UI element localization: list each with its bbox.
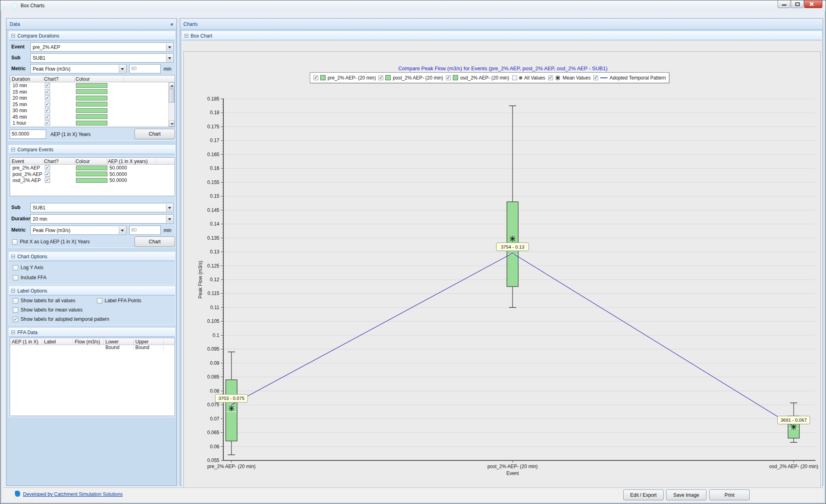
label-options-header[interactable]: Label Options	[9, 287, 175, 295]
chart-options-header[interactable]: Chart Options	[9, 252, 175, 261]
duration-row[interactable]: 10 min✓	[10, 82, 168, 89]
chevron-down-icon[interactable]	[119, 65, 126, 73]
legend-checkbox[interactable]	[512, 75, 517, 80]
compare-durations-header[interactable]: Compare Durations	[9, 31, 175, 40]
colour-swatch[interactable]	[76, 121, 107, 125]
event-row[interactable]: pre_2% AEP✓50.0000	[10, 165, 174, 171]
metric-minutes-input[interactable]: 60	[129, 226, 161, 235]
col-chart[interactable]: Chart?	[44, 159, 75, 164]
chevron-down-icon[interactable]	[119, 226, 126, 234]
vertical-scrollbar[interactable]	[168, 82, 174, 127]
duration-chart-checkbox[interactable]: ✓	[45, 89, 50, 94]
label-ffa-points-checkbox[interactable]	[97, 298, 102, 303]
duration-chart-checkbox[interactable]: ✓	[45, 83, 50, 88]
aep-years-input[interactable]: 50.0000	[10, 130, 46, 139]
col-event[interactable]: Event	[12, 159, 43, 164]
developer-link[interactable]: Developed by Catchment Simulation Soluti…	[23, 491, 123, 497]
colour-swatch[interactable]	[76, 178, 107, 183]
col-duration[interactable]: Duration	[12, 76, 43, 82]
print-button[interactable]: Print	[709, 489, 750, 500]
ffa-data-header[interactable]: FFA Data	[9, 328, 175, 337]
legend-item[interactable]: ✓pre_2% AEP- (20 min)	[313, 75, 376, 81]
scroll-up-icon[interactable]	[169, 82, 174, 88]
event-dropdown[interactable]: pre_2% AEP	[30, 42, 174, 52]
log-y-axis-checkbox[interactable]	[13, 265, 18, 270]
chevron-down-icon[interactable]	[166, 54, 173, 62]
app-icon	[11, 2, 19, 10]
duration-chart-checkbox[interactable]: ✓	[45, 114, 50, 119]
colour-swatch[interactable]	[76, 102, 107, 107]
scrollbar-thumb[interactable]	[169, 89, 174, 102]
minimize-button[interactable]	[778, 0, 790, 8]
labels-mean-values-checkbox[interactable]	[13, 307, 18, 313]
legend-item[interactable]: ✓osd_2% AEP- (20 min)	[446, 75, 509, 81]
duration-chart-checkbox[interactable]: ✓	[45, 127, 50, 127]
metric-dropdown-events[interactable]: Peak Flow (m3/s)	[30, 226, 126, 235]
col-label[interactable]: Label	[44, 339, 73, 345]
col-aep[interactable]: AEP (1 in X years)	[108, 159, 156, 164]
duration-chart-checkbox[interactable]: ✓	[45, 95, 50, 100]
sub-dropdown[interactable]: SUB1	[30, 53, 174, 63]
legend-checkbox[interactable]: ✓	[593, 75, 598, 80]
duration-row[interactable]: 20 min✓	[10, 95, 168, 101]
legend-checkbox[interactable]: ✓	[378, 75, 383, 80]
chevron-down-icon[interactable]	[166, 215, 173, 223]
chevron-down-icon[interactable]	[166, 43, 173, 51]
box-chart-header[interactable]: Box Chart	[182, 31, 822, 40]
col-colour[interactable]: Colour	[76, 159, 107, 164]
labels-adopted-pattern-checkbox[interactable]: ✓	[13, 317, 18, 322]
duration-row[interactable]: 25 min✓	[10, 101, 168, 108]
save-image-button[interactable]: Save Image	[666, 489, 706, 500]
panel-splitter[interactable]	[177, 18, 180, 486]
duration-dropdown[interactable]: 20 min	[30, 214, 174, 224]
duration-row[interactable]: 1.50 hour✓	[10, 126, 168, 127]
maximize-button[interactable]	[791, 0, 804, 8]
legend-checkbox[interactable]: ✓	[548, 75, 553, 80]
legend-item[interactable]: All Values	[512, 75, 545, 81]
chevron-down-icon[interactable]	[166, 204, 173, 211]
col-chart[interactable]: Chart?	[44, 76, 75, 82]
include-ffa-checkbox[interactable]	[13, 275, 18, 280]
compare-events-header[interactable]: Compare Events	[9, 145, 175, 154]
colour-swatch[interactable]	[76, 171, 107, 176]
legend-item[interactable]: ✓post_2% AEP- (20 min)	[378, 75, 443, 81]
colour-swatch[interactable]	[76, 96, 107, 100]
duration-row[interactable]: 15 min✓	[10, 89, 168, 95]
sub-dropdown-events[interactable]: SUB1	[30, 203, 174, 212]
event-row[interactable]: osd_2% AEP✓50.0000	[10, 177, 174, 184]
colour-swatch[interactable]	[76, 108, 107, 113]
event-row[interactable]: post_2% AEP✓50.0000	[10, 171, 174, 178]
plot-log-checkbox[interactable]	[12, 239, 17, 245]
svg-text:0.17: 0.17	[210, 138, 220, 143]
labels-all-values-checkbox[interactable]	[13, 298, 18, 303]
metric-minutes-input[interactable]: 60	[129, 64, 161, 73]
colour-swatch[interactable]	[76, 114, 107, 119]
event-chart-checkbox[interactable]: ✓	[45, 165, 50, 170]
duration-chart-checkbox[interactable]: ✓	[45, 102, 50, 107]
event-chart-checkbox[interactable]: ✓	[45, 171, 50, 177]
duration-chart-checkbox[interactable]: ✓	[45, 120, 50, 125]
chart-button-durations[interactable]: Chart	[135, 129, 175, 139]
legend-checkbox[interactable]: ✓	[313, 75, 318, 80]
col-flow[interactable]: Flow (m3/s)	[75, 339, 104, 345]
col-colour[interactable]: Colour	[76, 76, 124, 82]
legend-item[interactable]: ✓Mean Values	[548, 75, 591, 81]
legend-checkbox[interactable]: ✓	[446, 75, 451, 80]
metric-dropdown[interactable]: Peak Flow (m3/s)	[30, 64, 126, 73]
collapse-panel-button[interactable]: «	[170, 21, 173, 27]
legend-item[interactable]: ✓Adopted Temporal Pattern	[593, 75, 666, 81]
duration-row[interactable]: 30 min✓	[10, 107, 168, 114]
colour-swatch[interactable]	[76, 83, 107, 88]
event-chart-checkbox[interactable]: ✓	[45, 178, 50, 183]
edit-export-button[interactable]: Edit / Export	[623, 489, 664, 500]
scroll-down-icon[interactable]	[169, 121, 174, 127]
close-button[interactable]	[804, 0, 822, 8]
duration-row[interactable]: 45 min✓	[10, 114, 168, 120]
col-aep[interactable]: AEP (1 in X)	[12, 339, 42, 345]
duration-chart-checkbox[interactable]: ✓	[45, 108, 50, 113]
duration-row[interactable]: 1 hour✓	[10, 120, 168, 126]
chart-button-events[interactable]: Chart	[135, 236, 175, 247]
colour-swatch[interactable]	[76, 165, 107, 170]
colour-swatch[interactable]	[76, 89, 107, 94]
charts-panel: Charts Box Chart 0.1850.180.1750.170.165…	[180, 18, 823, 486]
